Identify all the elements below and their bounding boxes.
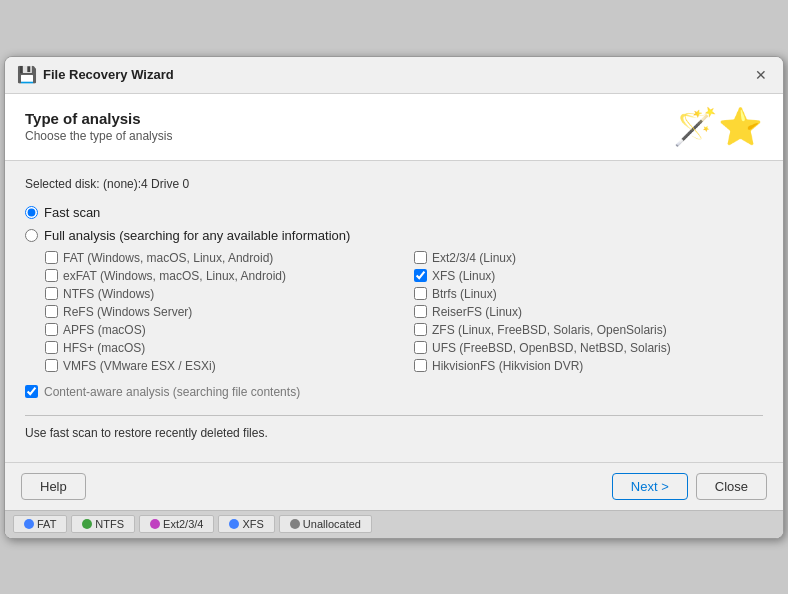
header-text: Type of analysis Choose the type of anal…	[25, 110, 172, 143]
fs-reiserfs-label: ReiserFS (Linux)	[432, 305, 522, 319]
fs-hikvision[interactable]: HikvisionFS (Hikvision DVR)	[414, 359, 763, 373]
content-aware-label: Content-aware analysis (searching file c…	[44, 385, 300, 399]
analysis-type-title: Type of analysis	[25, 110, 172, 127]
dialog-container: 💾 File Recovery Wizard ✕ Type of analysi…	[4, 56, 784, 539]
app-icon: 💾	[17, 65, 37, 84]
fs-vmfs-label: VMFS (VMware ESX / ESXi)	[63, 359, 216, 373]
full-analysis-option[interactable]: Full analysis (searching for any availab…	[25, 228, 763, 243]
analysis-type-subtitle: Choose the type of analysis	[25, 129, 172, 143]
selected-disk-label: Selected disk: (none):4 Drive 0	[25, 177, 763, 191]
taskbar-unallocated: Unallocated	[279, 515, 372, 533]
fs-hikvision-label: HikvisionFS (Hikvision DVR)	[432, 359, 583, 373]
header-section: Type of analysis Choose the type of anal…	[5, 94, 783, 161]
fs-zfs[interactable]: ZFS (Linux, FreeBSD, Solaris, OpenSolari…	[414, 323, 763, 337]
fast-scan-radio[interactable]	[25, 206, 38, 219]
taskbar-fat: FAT	[13, 515, 67, 533]
fs-fat-label: FAT (Windows, macOS, Linux, Android)	[63, 251, 273, 265]
content-aware-checkbox[interactable]	[25, 385, 38, 398]
title-bar: 💾 File Recovery Wizard ✕	[5, 57, 783, 94]
fs-refs[interactable]: ReFS (Windows Server)	[45, 305, 394, 319]
taskbar-xfs-label: XFS	[242, 518, 263, 530]
fs-hfsplus[interactable]: HFS+ (macOS)	[45, 341, 394, 355]
fs-ufs-checkbox[interactable]	[414, 341, 427, 354]
divider	[25, 415, 763, 416]
fs-ntfs[interactable]: NTFS (Windows)	[45, 287, 394, 301]
fs-fat[interactable]: FAT (Windows, macOS, Linux, Android)	[45, 251, 394, 265]
fs-fat-checkbox[interactable]	[45, 251, 58, 264]
fs-zfs-checkbox[interactable]	[414, 323, 427, 336]
taskbar-fat-label: FAT	[37, 518, 56, 530]
taskbar-ext234-dot	[150, 519, 160, 529]
close-button[interactable]: Close	[696, 473, 767, 500]
fs-apfs-checkbox[interactable]	[45, 323, 58, 336]
fs-refs-label: ReFS (Windows Server)	[63, 305, 192, 319]
fs-xfs-checkbox[interactable]	[414, 269, 427, 282]
fs-btrfs[interactable]: Btrfs (Linux)	[414, 287, 763, 301]
description-text: Use fast scan to restore recently delete…	[25, 426, 763, 440]
fs-zfs-label: ZFS (Linux, FreeBSD, Solaris, OpenSolari…	[432, 323, 667, 337]
help-button[interactable]: Help	[21, 473, 86, 500]
fs-ext234-checkbox[interactable]	[414, 251, 427, 264]
fs-btrfs-label: Btrfs (Linux)	[432, 287, 497, 301]
fs-apfs-label: APFS (macOS)	[63, 323, 146, 337]
taskbar-ntfs-dot	[82, 519, 92, 529]
fast-scan-option[interactable]: Fast scan	[25, 205, 763, 220]
fs-ntfs-checkbox[interactable]	[45, 287, 58, 300]
fs-ext234[interactable]: Ext2/3/4 (Linux)	[414, 251, 763, 265]
content-aware-option[interactable]: Content-aware analysis (searching file c…	[25, 385, 763, 399]
fs-btrfs-checkbox[interactable]	[414, 287, 427, 300]
fs-ntfs-label: NTFS (Windows)	[63, 287, 154, 301]
footer: Help Next > Close	[5, 462, 783, 510]
next-button[interactable]: Next >	[612, 473, 688, 500]
taskbar-unallocated-dot	[290, 519, 300, 529]
fs-refs-checkbox[interactable]	[45, 305, 58, 318]
taskbar-fat-dot	[24, 519, 34, 529]
fs-exfat-label: exFAT (Windows, macOS, Linux, Android)	[63, 269, 286, 283]
window-close-button[interactable]: ✕	[751, 65, 771, 85]
fs-xfs-label: XFS (Linux)	[432, 269, 495, 283]
taskbar-ext234-label: Ext2/3/4	[163, 518, 203, 530]
filesystems-grid: FAT (Windows, macOS, Linux, Android) Ext…	[45, 251, 763, 373]
content-area: Selected disk: (none):4 Drive 0 Fast sca…	[5, 161, 783, 462]
fs-exfat-checkbox[interactable]	[45, 269, 58, 282]
footer-buttons-right: Next > Close	[612, 473, 767, 500]
fs-vmfs-checkbox[interactable]	[45, 359, 58, 372]
fs-vmfs[interactable]: VMFS (VMware ESX / ESXi)	[45, 359, 394, 373]
fs-reiserfs-checkbox[interactable]	[414, 305, 427, 318]
fs-hfsplus-label: HFS+ (macOS)	[63, 341, 145, 355]
wizard-icon: 🪄⭐	[673, 106, 763, 148]
taskbar-xfs: XFS	[218, 515, 274, 533]
fs-reiserfs[interactable]: ReiserFS (Linux)	[414, 305, 763, 319]
full-analysis-label: Full analysis (searching for any availab…	[44, 228, 350, 243]
fs-hfsplus-checkbox[interactable]	[45, 341, 58, 354]
dialog-title: File Recovery Wizard	[43, 67, 174, 82]
fs-exfat[interactable]: exFAT (Windows, macOS, Linux, Android)	[45, 269, 394, 283]
fs-xfs[interactable]: XFS (Linux)	[414, 269, 763, 283]
fast-scan-label: Fast scan	[44, 205, 100, 220]
fs-hikvision-checkbox[interactable]	[414, 359, 427, 372]
fs-ufs-label: UFS (FreeBSD, OpenBSD, NetBSD, Solaris)	[432, 341, 671, 355]
full-analysis-radio[interactable]	[25, 229, 38, 242]
fs-apfs[interactable]: APFS (macOS)	[45, 323, 394, 337]
taskbar-ntfs-label: NTFS	[95, 518, 124, 530]
taskbar-ext234: Ext2/3/4	[139, 515, 214, 533]
taskbar-strip: FAT NTFS Ext2/3/4 XFS Unallocated	[5, 510, 783, 538]
fs-ext234-label: Ext2/3/4 (Linux)	[432, 251, 516, 265]
title-bar-left: 💾 File Recovery Wizard	[17, 65, 174, 84]
fs-ufs[interactable]: UFS (FreeBSD, OpenBSD, NetBSD, Solaris)	[414, 341, 763, 355]
taskbar-xfs-dot	[229, 519, 239, 529]
taskbar-unallocated-label: Unallocated	[303, 518, 361, 530]
taskbar-ntfs: NTFS	[71, 515, 135, 533]
